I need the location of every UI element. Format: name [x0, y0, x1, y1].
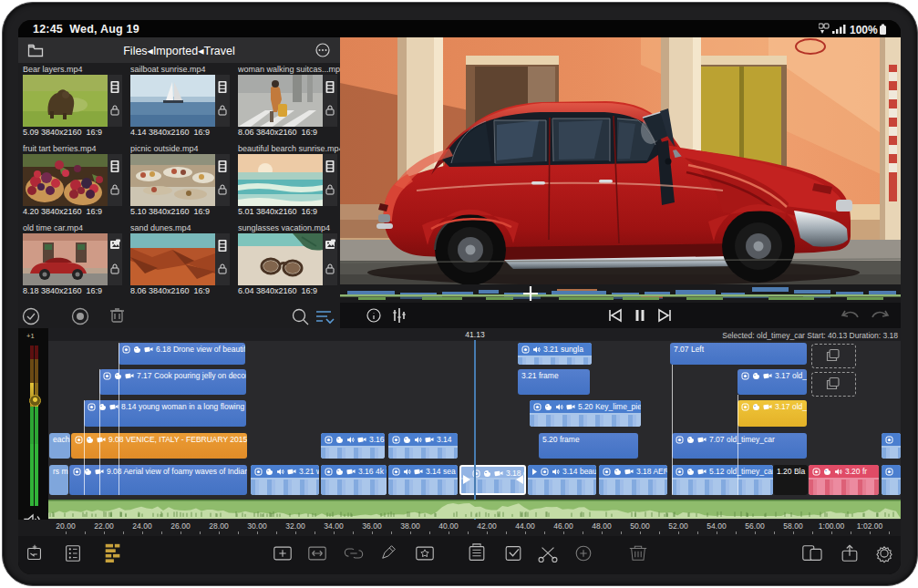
svg-text:100%: 100% — [850, 24, 878, 36]
